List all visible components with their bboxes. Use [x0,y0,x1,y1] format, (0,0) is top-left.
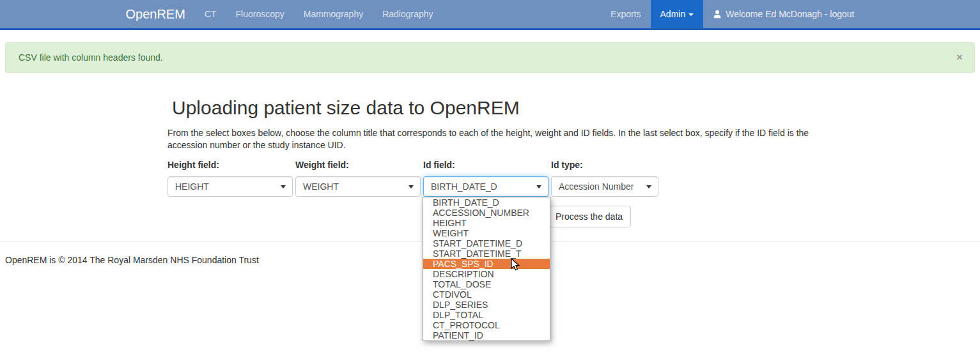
nav-item-admin-dropdown[interactable]: Admin [651,0,704,28]
id-field-options-dropdown: BIRTH_DATE_D ACCESSION_NUMBER HEIGHT WEI… [423,197,550,341]
nav-item-user-logout[interactable]: Welcome Ed McDonagh - logout [703,0,864,28]
id-field-group: Id field: BIRTH_DATE_D [423,160,548,197]
id-field-label: Id field: [423,160,548,170]
user-icon [713,10,722,19]
select-arrow-icon [281,185,286,188]
dropdown-option[interactable]: ACCESSION_NUMBER [423,208,550,218]
page-description: From the select boxes below, choose the … [167,127,812,151]
footer-copyright: OpenREM is © 2014 The Royal Marsden NHS … [5,255,259,265]
navbar: OpenREM CT Fluoroscopy Mammography Radio… [0,0,980,30]
page: OpenREM CT Fluoroscopy Mammography Radio… [0,0,980,352]
nav-item-ct[interactable]: CT [195,0,226,28]
dropdown-option[interactable]: TOTAL_DOSE [423,279,550,289]
user-label: Welcome Ed McDonagh - logout [726,0,854,28]
success-alert: CSV file with column headers found. × [5,42,975,73]
height-field-label: Height field: [167,160,293,170]
dropdown-option[interactable]: CTDIVOL [423,289,550,300]
admin-label: Admin [660,9,686,19]
dropdown-option[interactable]: CT_PROTOCOL [423,320,550,330]
select-arrow-icon [536,185,541,188]
dropdown-option[interactable]: DLP_TOTAL [423,310,550,320]
dropdown-option[interactable]: START_DATETIME_T [423,249,550,259]
process-data-button[interactable]: Process the data [547,206,631,227]
height-field-select[interactable]: HEIGHT [167,176,293,197]
dropdown-option[interactable]: DLP_SERIES [423,300,550,310]
id-type-value: Accession Number [559,181,634,192]
dropdown-option[interactable]: HEIGHT [423,218,550,228]
nav-item-radiography[interactable]: Radiography [373,0,442,28]
dropdown-option[interactable]: WEIGHT [423,228,550,238]
id-field-value: BIRTH_DATE_D [431,181,497,192]
nav-item-exports[interactable]: Exports [601,0,650,28]
weight-field-group: Weight field: WEIGHT [295,160,421,197]
weight-field-label: Weight field: [295,160,421,170]
weight-field-select[interactable]: WEIGHT [295,176,421,197]
id-type-select[interactable]: Accession Number [551,176,658,197]
dropdown-option[interactable]: START_DATETIME_D [423,238,550,249]
close-icon[interactable]: × [956,43,963,72]
alert-message: CSV file with column headers found. [19,52,163,63]
navbar-inner: OpenREM CT Fluoroscopy Mammography Radio… [116,0,864,28]
dropdown-option[interactable]: PATIENT_ID [423,330,550,341]
height-field-group: Height field: HEIGHT [167,160,293,197]
dropdown-option[interactable]: BIRTH_DATE_D [423,197,550,208]
page-title: Uploading patient size data to OpenREM [172,97,520,119]
id-field-select[interactable]: BIRTH_DATE_D [423,176,548,197]
dropdown-option-highlighted[interactable]: PACS_SPS_ID [423,259,550,269]
dropdown-option[interactable]: DESCRIPTION [423,269,550,279]
select-arrow-icon [408,185,414,188]
chevron-down-icon [688,13,694,16]
brand-openrem[interactable]: OpenREM [116,0,195,28]
select-arrow-icon [646,185,651,188]
navbar-right: Exports Admin Welcome Ed McDonagh - logo… [601,0,864,28]
nav-item-fluoroscopy[interactable]: Fluoroscopy [226,0,294,28]
id-type-group: Id type: Accession Number [551,160,658,197]
height-field-value: HEIGHT [175,181,209,192]
id-type-label: Id type: [551,160,658,170]
weight-field-value: WEIGHT [303,181,339,192]
nav-item-mammography[interactable]: Mammography [294,0,373,28]
